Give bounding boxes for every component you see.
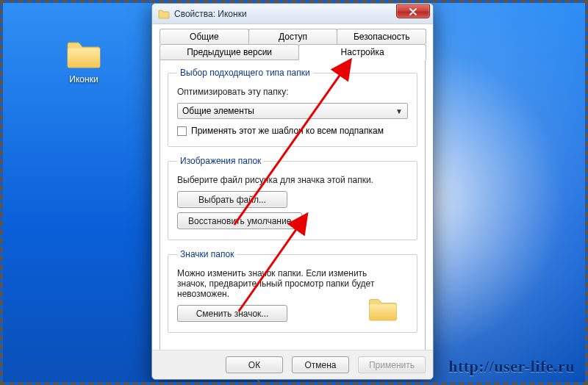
ok-button[interactable]: ОК [226, 356, 283, 373]
folder-icon [158, 9, 170, 19]
folder-pictures-subtext: Выберите файл рисунка для значка этой па… [177, 175, 408, 185]
desktop-folder-icon[interactable]: Иконки [54, 40, 113, 84]
close-button[interactable] [396, 4, 430, 18]
restore-default-button[interactable]: Восстановить умолчание [177, 212, 302, 229]
chevron-down-icon: ▼ [395, 107, 403, 115]
window-title: Свойства: Иконки [174, 9, 392, 19]
tab-panel-customize: Выбор подходящего типа папки Оптимизиров… [159, 60, 426, 350]
apply-to-subfolders-label: Применять этот же шаблон ко всем подпапк… [191, 126, 384, 136]
folder-preview-icon [368, 297, 398, 322]
group-folder-type-legend: Выбор подходящего типа папки [177, 68, 313, 78]
tab-general[interactable]: Общие [159, 29, 249, 44]
titlebar[interactable]: Свойства: Иконки [152, 4, 433, 24]
dialog-button-bar: ОК Отмена Применить [152, 350, 433, 379]
cancel-button[interactable]: Отмена [292, 356, 349, 373]
group-folder-icons-legend: Значки папок [177, 249, 237, 259]
apply-button: Применить [358, 356, 426, 373]
folder-icon [66, 40, 101, 69]
tab-customize[interactable]: Настройка [298, 44, 426, 60]
choose-file-button[interactable]: Выбрать файл... [177, 191, 287, 208]
tab-sharing[interactable]: Доступ [248, 29, 338, 44]
tab-previous-versions[interactable]: Предыдущие версии [159, 44, 299, 60]
tab-security[interactable]: Безопасность [337, 29, 426, 44]
properties-dialog: Свойства: Иконки Общие Доступ Безопаснос… [151, 3, 434, 380]
folder-icons-subtext: Можно изменить значок папки. Если измени… [177, 268, 390, 299]
optimize-label: Оптимизировать эту папку: [177, 87, 408, 97]
group-folder-pictures: Изображения папок Выберите файл рисунка … [168, 156, 417, 240]
folder-template-dropdown[interactable]: Общие элементы ▼ [177, 103, 408, 119]
change-icon-button[interactable]: Сменить значок... [177, 305, 287, 322]
dropdown-value: Общие элементы [182, 106, 254, 116]
tab-strip: Общие Доступ Безопасность Предыдущие вер… [159, 29, 426, 60]
group-folder-type: Выбор подходящего типа папки Оптимизиров… [168, 68, 417, 147]
apply-to-subfolders-checkbox[interactable] [177, 126, 187, 136]
close-icon [409, 8, 417, 15]
group-folder-pictures-legend: Изображения папок [177, 156, 264, 166]
group-folder-icons: Значки папок Можно изменить значок папки… [168, 249, 417, 333]
desktop-folder-label: Иконки [54, 74, 113, 84]
